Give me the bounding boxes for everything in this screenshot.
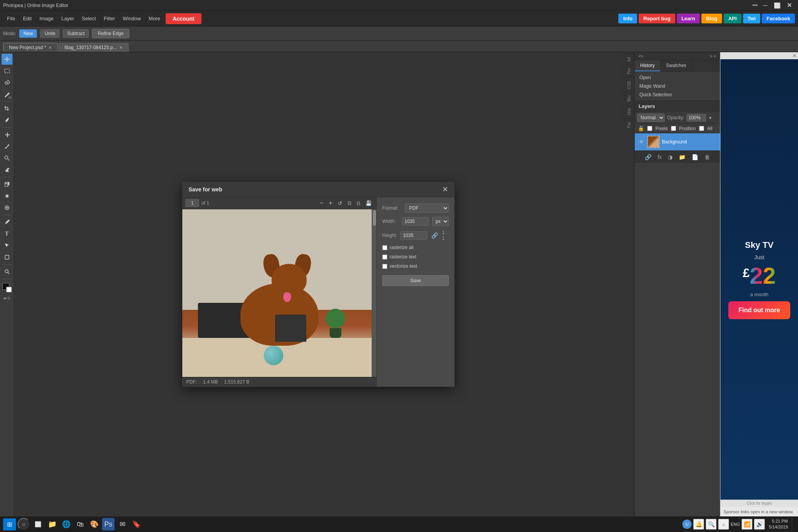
- menu-more[interactable]: More: [145, 14, 164, 23]
- rasterize-text-row[interactable]: rasterize text: [382, 254, 449, 260]
- swap-colors[interactable]: ⇄: [4, 296, 7, 300]
- panel-expand-right[interactable]: > <: [708, 53, 718, 59]
- eyedropper-tool[interactable]: [2, 115, 12, 126]
- zoom-out-btn[interactable]: −: [318, 199, 325, 207]
- side-label-par[interactable]: Par: [623, 118, 634, 131]
- menu-filter[interactable]: Filter: [100, 14, 119, 23]
- side-label-inf[interactable]: Inf: [623, 54, 634, 65]
- api-button[interactable]: API: [724, 14, 742, 23]
- history-tab[interactable]: History: [635, 60, 660, 71]
- shape-tool[interactable]: [2, 252, 12, 263]
- menu-image[interactable]: Image: [35, 14, 57, 23]
- ad-cta-button[interactable]: Find out more: [728, 301, 790, 319]
- dialog-close-button[interactable]: ✕: [442, 186, 448, 193]
- mode-unite-button[interactable]: Unite: [40, 29, 60, 38]
- menu-edit[interactable]: Edit: [19, 14, 35, 23]
- start-button[interactable]: ⊞: [3, 518, 16, 530]
- side-label-css[interactable]: CSS: [623, 78, 634, 92]
- taskbar-file-explorer[interactable]: 📁: [46, 518, 58, 530]
- width-input[interactable]: [402, 217, 429, 226]
- side-label-pro[interactable]: Pro: [623, 65, 634, 78]
- lang-indicator[interactable]: ENG: [731, 522, 740, 527]
- all-checkbox[interactable]: [699, 126, 704, 131]
- minimize-btn[interactable]: ─: [760, 1, 771, 10]
- position-checkbox[interactable]: [671, 126, 676, 131]
- tab-6tag[interactable]: 6tag_130717-084123.p... ✕: [58, 43, 128, 52]
- rotate-btn[interactable]: ↺: [336, 200, 344, 207]
- show-desktop-btn[interactable]: [792, 518, 795, 530]
- info-button[interactable]: Info: [618, 14, 637, 23]
- dodge-tool[interactable]: [2, 202, 12, 213]
- history-item-quick-selection[interactable]: Quick Selection: [635, 90, 720, 99]
- lasso-tool[interactable]: [2, 77, 12, 88]
- history-item-magic-wand[interactable]: Magic Wand: [635, 82, 720, 90]
- zoom-in-btn[interactable]: +: [327, 199, 334, 207]
- facebook-button[interactable]: Facebook: [762, 14, 795, 23]
- layer-effects-btn[interactable]: fx: [656, 153, 664, 161]
- path-select-tool[interactable]: [2, 240, 12, 251]
- page-number-input[interactable]: [185, 199, 199, 207]
- fill-tool[interactable]: [2, 179, 12, 190]
- arrow-btn[interactable]: ▲: [718, 519, 729, 530]
- crop-tool[interactable]: [2, 103, 12, 114]
- layer-visibility-btn[interactable]: 👁: [638, 138, 645, 145]
- color-swatches-area[interactable]: [2, 282, 12, 293]
- opacity-arrow[interactable]: ▼: [708, 116, 712, 120]
- save-preview-btn[interactable]: 💾: [364, 200, 373, 207]
- pen-tool[interactable]: [2, 217, 12, 228]
- delete-layer-btn[interactable]: 🗑: [703, 153, 711, 161]
- mode-new-button[interactable]: New: [19, 29, 37, 38]
- heal-tool[interactable]: [2, 129, 12, 140]
- tab-new-project[interactable]: New Project.psd * ✕: [3, 43, 58, 52]
- taskbar-photopea[interactable]: Ps: [102, 518, 115, 530]
- taskbar-color-picker[interactable]: 🎨: [88, 518, 101, 530]
- rect-select-tool[interactable]: [2, 65, 12, 76]
- report-bug-button[interactable]: Report bug: [639, 14, 675, 23]
- side-label-cha[interactable]: Cha: [623, 105, 634, 118]
- network-btn[interactable]: 📶: [742, 519, 752, 530]
- tab-6tag-close[interactable]: ✕: [119, 45, 123, 50]
- layer-item-background[interactable]: 👁 Background: [635, 133, 720, 150]
- taskbar-unknown[interactable]: 🔖: [130, 518, 143, 530]
- panel-collapse-left[interactable]: <>: [637, 53, 645, 59]
- ad-close-btn[interactable]: ✕: [793, 53, 796, 58]
- taskbar-mail[interactable]: ✉: [116, 518, 129, 530]
- new-group-btn[interactable]: 📁: [677, 153, 687, 161]
- blur-tool[interactable]: [2, 191, 12, 201]
- menu-layer[interactable]: Layer: [58, 14, 78, 23]
- search-button[interactable]: ○: [18, 518, 30, 530]
- more-options-btn[interactable]: •••: [750, 2, 760, 9]
- history-item-open[interactable]: Open: [635, 73, 720, 82]
- task-view-btn[interactable]: ⬜: [32, 520, 44, 529]
- menu-select[interactable]: Select: [78, 14, 100, 23]
- vectorize-text-row[interactable]: vectorize text: [382, 263, 449, 269]
- rasterize-all-checkbox[interactable]: [382, 245, 387, 250]
- maximize-btn[interactable]: ⬜: [771, 2, 784, 9]
- zoom-tool[interactable]: [2, 266, 12, 277]
- brush-tool[interactable]: [2, 141, 12, 152]
- save-button[interactable]: Save: [382, 275, 449, 286]
- move-tool[interactable]: [2, 54, 12, 65]
- search-taskbar-btn[interactable]: 🔍: [706, 519, 717, 530]
- fit-btn[interactable]: ⊡: [346, 200, 353, 207]
- height-input[interactable]: [400, 231, 427, 240]
- volume-btn[interactable]: 🔊: [754, 519, 765, 530]
- user-icon[interactable]: U: [682, 520, 692, 529]
- background-color[interactable]: [6, 287, 12, 292]
- close-btn[interactable]: ✕: [784, 1, 795, 10]
- mode-subtract-button[interactable]: Subtract: [63, 29, 89, 38]
- account-button[interactable]: Account: [166, 13, 201, 24]
- eraser-tool[interactable]: [2, 164, 12, 175]
- tab-new-project-close[interactable]: ✕: [48, 45, 52, 50]
- rasterize-text-checkbox[interactable]: [382, 255, 387, 260]
- twitter-button[interactable]: Twi: [743, 14, 761, 23]
- default-colors[interactable]: D: [7, 296, 10, 300]
- text-tool[interactable]: T: [2, 228, 12, 239]
- magic-wand-tool[interactable]: 15: [2, 89, 12, 100]
- unit-select[interactable]: px %: [432, 217, 449, 226]
- link-layers-btn[interactable]: 🔗: [643, 153, 653, 161]
- swatches-tab[interactable]: Swatches: [660, 60, 692, 71]
- opacity-input[interactable]: [687, 114, 706, 122]
- print-btn[interactable]: ⎙: [355, 200, 362, 207]
- refine-edge-button[interactable]: Refine Edge: [92, 29, 129, 38]
